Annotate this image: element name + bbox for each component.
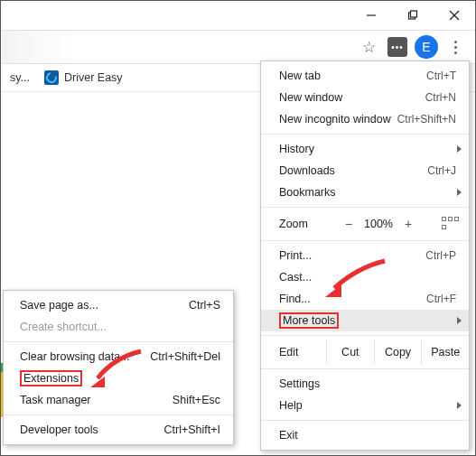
copy-button[interactable]: Copy	[374, 340, 422, 365]
menu-label: Bookmarks	[279, 186, 336, 199]
submenu-extensions[interactable]: Extensions	[4, 368, 233, 389]
menu-exit[interactable]: Exit	[261, 424, 469, 446]
menu-separator	[4, 341, 233, 342]
menu-separator	[261, 134, 469, 135]
menu-history[interactable]: History	[261, 138, 469, 160]
bookmark-label: sy...	[10, 71, 30, 84]
submenu-create-shortcut: Create shortcut...	[4, 316, 233, 338]
bookmark-label: Driver Easy	[64, 71, 123, 84]
menu-edit-row: Edit Cut Copy Paste	[261, 340, 469, 365]
submenu-save-page[interactable]: Save page as... Ctrl+S	[4, 294, 233, 316]
extension-button[interactable]: •••	[385, 34, 410, 60]
menu-cast[interactable]: Cast...	[261, 266, 469, 288]
submenu-label: Save page as...	[20, 299, 98, 312]
browser-toolbar: ☆ ••• E	[1, 30, 475, 64]
submenu-label: Create shortcut...	[20, 321, 107, 333]
menu-separator	[261, 420, 469, 421]
bookmark-item[interactable]: Driver Easy	[37, 70, 130, 85]
menu-label: Exit	[279, 429, 298, 442]
menu-label: Downloads	[279, 164, 335, 177]
menu-label: History	[279, 143, 314, 155]
menu-print[interactable]: Print... Ctrl+P	[261, 245, 469, 266]
menu-settings[interactable]: Settings	[261, 373, 469, 395]
bookmark-item[interactable]: sy...	[3, 71, 37, 84]
menu-label: More tools	[279, 312, 339, 329]
menu-find[interactable]: Find... Ctrl+F	[261, 288, 469, 310]
menu-shortcut: Ctrl+Shift+N	[397, 113, 456, 126]
menu-label: Find...	[279, 293, 311, 305]
menu-label: New tab	[279, 70, 321, 82]
minimize-button[interactable]	[350, 1, 392, 30]
svg-rect-2	[411, 11, 417, 17]
submenu-shortcut: Shift+Esc	[173, 394, 220, 406]
submenu-label: Clear browsing data...	[20, 350, 130, 363]
menu-label: Print...	[279, 249, 312, 262]
submenu-label: Task manager	[20, 394, 91, 406]
star-icon: ☆	[362, 38, 376, 57]
fullscreen-button[interactable]	[442, 217, 460, 231]
menu-label: New window	[279, 91, 342, 104]
menu-more-tools[interactable]: More tools	[261, 310, 469, 331]
menu-separator	[261, 368, 469, 369]
chrome-menu-button[interactable]	[443, 34, 468, 60]
submenu-label: Extensions	[20, 370, 82, 386]
menu-shortcut: Ctrl+J	[427, 164, 456, 177]
menu-new-window[interactable]: New window Ctrl+N	[261, 87, 469, 108]
avatar-icon: E	[415, 35, 438, 59]
submenu-clear-data[interactable]: Clear browsing data... Ctrl+Shift+Del	[4, 346, 233, 368]
profile-avatar-button[interactable]: E	[414, 34, 439, 60]
menu-shortcut: Ctrl+N	[425, 91, 456, 104]
paste-button[interactable]: Paste	[421, 340, 469, 365]
menu-downloads[interactable]: Downloads Ctrl+J	[261, 160, 469, 181]
menu-label: Settings	[279, 377, 320, 390]
menu-separator	[261, 240, 469, 241]
submenu-task-manager[interactable]: Task manager Shift+Esc	[4, 389, 233, 411]
window-titlebar	[1, 1, 475, 30]
menu-help[interactable]: Help	[261, 395, 469, 416]
zoom-value: 100%	[360, 218, 397, 230]
more-tools-submenu: Save page as... Ctrl+S Create shortcut..…	[3, 290, 234, 445]
submenu-shortcut: Ctrl+Shift+I	[163, 423, 220, 436]
toolbar-background	[1, 31, 354, 63]
menu-label: Cast...	[279, 271, 312, 284]
submenu-developer-tools[interactable]: Developer tools Ctrl+Shift+I	[4, 419, 233, 441]
menu-zoom-row: Zoom − 100% +	[261, 211, 469, 237]
menu-separator	[261, 207, 469, 208]
menu-shortcut: Ctrl+T	[426, 70, 456, 82]
submenu-label: Developer tools	[20, 423, 98, 436]
edit-label: Edit	[279, 346, 326, 358]
menu-label: New incognito window	[279, 113, 391, 126]
bookmark-star-button[interactable]: ☆	[356, 34, 381, 60]
submenu-shortcut: Ctrl+S	[189, 299, 220, 312]
zoom-out-button[interactable]: −	[337, 217, 360, 231]
menu-separator	[261, 335, 469, 336]
menu-separator	[4, 414, 233, 415]
zoom-in-button[interactable]: +	[397, 217, 420, 231]
menu-incognito[interactable]: New incognito window Ctrl+Shift+N	[261, 108, 469, 130]
menu-shortcut: Ctrl+P	[425, 249, 456, 262]
menu-shortcut: Ctrl+F	[426, 293, 456, 305]
menu-new-tab[interactable]: New tab Ctrl+T	[261, 65, 469, 87]
menu-label: Help	[279, 399, 303, 412]
submenu-shortcut: Ctrl+Shift+Del	[150, 350, 220, 363]
maximize-button[interactable]	[392, 1, 434, 30]
extension-icon: •••	[387, 37, 407, 57]
close-button[interactable]	[434, 1, 475, 30]
zoom-label: Zoom	[279, 218, 337, 230]
chrome-main-menu: New tab Ctrl+T New window Ctrl+N New inc…	[260, 60, 470, 451]
favicon-icon	[44, 70, 59, 85]
menu-bookmarks[interactable]: Bookmarks	[261, 181, 469, 203]
cut-button[interactable]: Cut	[326, 340, 374, 365]
